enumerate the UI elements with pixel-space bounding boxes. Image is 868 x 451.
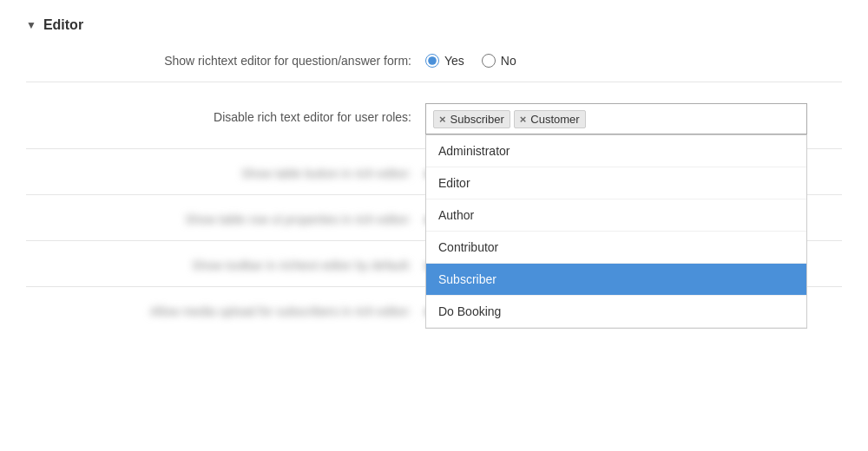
tags-dropdown-wrapper: × Subscriber × Customer Administrator Ed… — [425, 103, 807, 134]
dropdown-item-contributor[interactable]: Contributor — [426, 232, 806, 264]
blurred-label-1: Show table button in rich editor: — [26, 167, 425, 180]
no-label: No — [501, 54, 516, 68]
no-option[interactable]: No — [482, 54, 516, 68]
richtext-label: Show richtext editor for question/answer… — [26, 54, 425, 68]
tag-customer-remove[interactable]: × — [520, 114, 527, 125]
yes-option[interactable]: Yes — [425, 54, 464, 68]
tag-customer-label: Customer — [530, 113, 579, 126]
tag-subscriber-remove[interactable]: × — [439, 114, 446, 125]
dropdown-item-author[interactable]: Author — [426, 199, 806, 232]
tag-subscriber-label: Subscriber — [450, 113, 504, 126]
dropdown-item-editor[interactable]: Editor — [426, 167, 806, 199]
section-title: Editor — [43, 17, 83, 33]
tag-customer: × Customer — [514, 110, 586, 128]
yes-radio[interactable] — [425, 54, 439, 68]
section-header[interactable]: ▼ Editor — [26, 17, 842, 33]
blurred-text-1: Show table button in rich editor: — [241, 167, 411, 180]
richtext-radio-group: Yes No — [425, 54, 516, 68]
tags-input-box[interactable]: × Subscriber × Customer — [425, 103, 807, 134]
blurred-label-2: Show table row ul properties in rich edi… — [26, 212, 425, 226]
blurred-text-2: Show table row ul properties in rich edi… — [185, 212, 411, 226]
tag-subscriber: × Subscriber — [433, 110, 510, 128]
dropdown-item-administrator[interactable]: Administrator — [426, 135, 806, 167]
dropdown-item-do-booking[interactable]: Do Booking — [426, 296, 806, 328]
tags-text-input[interactable] — [589, 112, 799, 126]
chevron-icon: ▼ — [26, 19, 36, 31]
blurred-text-4: Allow media upload for subscribers in ri… — [150, 304, 411, 318]
blurred-label-4: Allow media upload for subscribers in ri… — [26, 304, 425, 318]
blurred-text-3: Show toolbar in richtext editor by defau… — [192, 258, 411, 272]
dropdown-item-subscriber[interactable]: Subscriber — [426, 264, 806, 296]
dropdown-list: Administrator Editor Author Contributor … — [425, 134, 807, 329]
disable-roles-row: Disable rich text editor for user roles:… — [26, 100, 842, 149]
disable-roles-label: Disable rich text editor for user roles: — [26, 103, 425, 124]
yes-label: Yes — [444, 54, 464, 68]
no-radio[interactable] — [482, 54, 496, 68]
blurred-label-3: Show toolbar in richtext editor by defau… — [26, 258, 425, 272]
page-container: ▼ Editor Show richtext editor for questi… — [0, 0, 868, 367]
richtext-editor-row: Show richtext editor for question/answer… — [26, 54, 842, 82]
